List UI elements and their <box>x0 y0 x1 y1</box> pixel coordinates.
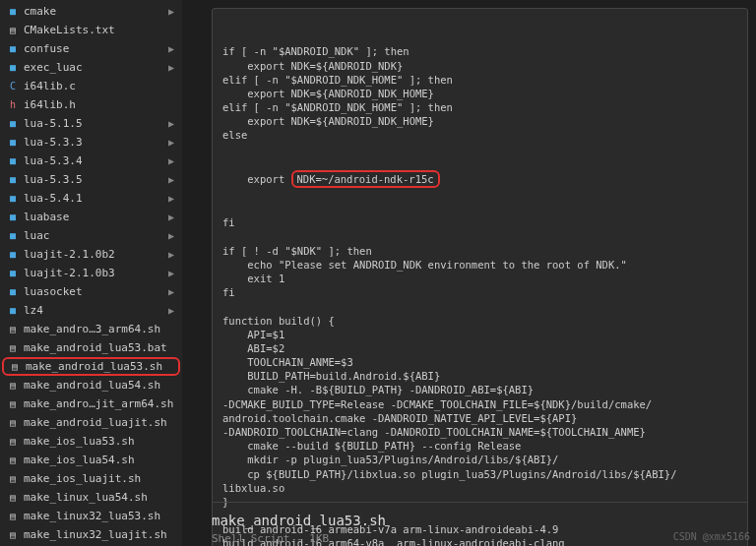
file-label: make_linux32_lua53.sh <box>24 510 178 522</box>
file-label: lua-5.1.5 <box>24 117 168 130</box>
shell-file-icon: ▤ <box>6 472 20 486</box>
file-item[interactable]: ▤make_ios_lua53.sh <box>0 432 182 451</box>
folder-item[interactable]: ■luasocket▶ <box>0 282 182 301</box>
file-explorer: ■cmake▶▤CMakeLists.txt■confuse▶■exec_lua… <box>0 0 182 546</box>
chevron-right-icon: ▶ <box>168 62 178 73</box>
chevron-right-icon: ▶ <box>168 268 178 278</box>
file-label: lz4 <box>24 304 168 317</box>
file-item[interactable]: ▤make_andro…3_arm64.sh <box>0 320 182 338</box>
file-label: make_android_luajit.sh <box>24 416 178 429</box>
file-meta: Shell Script - 1KB <box>212 532 329 545</box>
folder-icon: ■ <box>6 304 20 318</box>
file-label: i64lib.h <box>24 98 178 111</box>
file-label: confuse <box>24 42 168 55</box>
highlighted-code: NDK=~/android-ndk-r15c <box>291 170 440 188</box>
file-item[interactable]: ▤make_linux32_lua53.sh <box>0 507 182 525</box>
file-item[interactable]: ▤make_android_lua54.sh <box>0 376 182 394</box>
file-label: make_ios_lua54.sh <box>24 454 178 466</box>
file-item[interactable]: Ci64lib.c <box>0 77 182 95</box>
shell-file-icon: ▤ <box>6 323 20 336</box>
file-label: make_andro…jit_arm64.sh <box>24 397 178 410</box>
c-file-icon: C <box>6 80 20 93</box>
file-label: lua-5.4.1 <box>24 192 168 205</box>
file-item[interactable]: ▤make_ios_lua54.sh <box>0 451 182 469</box>
chevron-right-icon: ▶ <box>168 6 178 17</box>
file-label: lua-5.3.3 <box>24 136 168 149</box>
code-panel[interactable]: if [ -n "$ANDROID_NDK" ]; then export ND… <box>212 8 748 546</box>
watermark: CSDN @xmx5166 <box>673 531 750 542</box>
code-block-post: fi if [ ! -d "$NDK" ]; then echo "Please… <box>222 215 737 546</box>
folder-icon: ■ <box>6 5 20 19</box>
shell-file-icon: ▤ <box>6 528 20 542</box>
shell-file-icon: ▤ <box>6 454 20 467</box>
folder-item[interactable]: ■confuse▶ <box>0 39 182 58</box>
file-label: make_ios_luajit.sh <box>24 472 178 485</box>
file-item[interactable]: ▤CMakeLists.txt <box>0 21 182 39</box>
folder-item[interactable]: ■lua-5.3.5▶ <box>0 170 182 189</box>
file-item[interactable]: ▤make_ios_luajit.sh <box>0 469 182 488</box>
divider <box>212 502 748 503</box>
folder-item[interactable]: ■luajit-2.1.0b3▶ <box>0 264 182 282</box>
file-item[interactable]: ▤make_android_luajit.sh <box>0 413 182 432</box>
folder-item[interactable]: ■luabase▶ <box>0 208 182 226</box>
folder-icon: ■ <box>6 248 20 262</box>
folder-item[interactable]: ■lua-5.3.3▶ <box>0 133 182 152</box>
file-title: make_android_lua53.sh <box>212 513 386 528</box>
folder-icon: ■ <box>6 154 20 168</box>
folder-icon: ■ <box>6 42 20 56</box>
file-label: make_android_lua53.bat <box>24 341 178 354</box>
chevron-right-icon: ▶ <box>168 174 178 185</box>
shell-file-icon: ▤ <box>6 416 20 430</box>
folder-item[interactable]: ■lua-5.1.5▶ <box>0 114 182 133</box>
folder-icon: ■ <box>6 211 20 224</box>
file-label: exec_luac <box>24 61 168 74</box>
shell-file-icon: ▤ <box>6 397 20 411</box>
file-label: CMakeLists.txt <box>24 24 178 36</box>
folder-icon: ■ <box>6 192 20 206</box>
folder-icon: ■ <box>6 267 20 280</box>
chevron-right-icon: ▶ <box>168 193 178 204</box>
file-label: lua-5.3.4 <box>24 154 168 167</box>
file-label: make_android_lua53.sh <box>26 360 176 373</box>
shell-file-icon: ▤ <box>8 360 22 374</box>
chevron-right-icon: ▶ <box>168 118 178 129</box>
code-block-pre: if [ -n "$ANDROID_NDK" ]; then export ND… <box>222 44 737 142</box>
folder-item[interactable]: ■cmake▶ <box>0 2 182 21</box>
chevron-right-icon: ▶ <box>168 155 178 166</box>
folder-item[interactable]: ■luac▶ <box>0 226 182 245</box>
folder-icon: ■ <box>6 117 20 131</box>
chevron-right-icon: ▶ <box>168 137 178 148</box>
folder-item[interactable]: ■luajit-2.1.0b2▶ <box>0 245 182 264</box>
folder-item[interactable]: ■lz4▶ <box>0 301 182 320</box>
file-label: make_linux_lua54.sh <box>24 491 178 504</box>
chevron-right-icon: ▶ <box>168 286 178 297</box>
file-label: luajit-2.1.0b3 <box>24 267 168 279</box>
file-item[interactable]: ▤make_andro…jit_arm64.sh <box>0 394 182 413</box>
file-item[interactable]: ▤make_android_lua53.sh <box>2 357 180 376</box>
code-highlight-line: export NDK=~/android-ndk-r15c <box>222 170 737 188</box>
file-label: i64lib.c <box>24 80 178 92</box>
folder-item[interactable]: ■exec_luac▶ <box>0 58 182 77</box>
file-label: luabase <box>24 211 168 223</box>
file-item[interactable]: ▤make_linux_lua54.sh <box>0 488 182 507</box>
chevron-right-icon: ▶ <box>168 43 178 54</box>
folder-item[interactable]: ■lua-5.3.4▶ <box>0 152 182 170</box>
file-item[interactable]: ▤make_linux32_luajit.sh <box>0 525 182 544</box>
chevron-right-icon: ▶ <box>168 305 178 316</box>
file-item[interactable]: ▤make_android_lua53.bat <box>0 338 182 357</box>
shell-file-icon: ▤ <box>6 379 20 393</box>
folder-icon: ■ <box>6 285 20 299</box>
editor-main: if [ -n "$ANDROID_NDK" ]; then export ND… <box>182 0 756 546</box>
folder-icon: ■ <box>6 229 20 243</box>
file-item[interactable]: hi64lib.h <box>0 95 182 114</box>
shell-file-icon: ▤ <box>6 341 20 355</box>
folder-icon: ■ <box>6 61 20 75</box>
file-label: make_android_lua54.sh <box>24 379 178 392</box>
chevron-right-icon: ▶ <box>168 249 178 260</box>
folder-icon: ■ <box>6 136 20 150</box>
folder-item[interactable]: ■lua-5.4.1▶ <box>0 189 182 208</box>
chevron-right-icon: ▶ <box>168 230 178 241</box>
chevron-right-icon: ▶ <box>168 212 178 222</box>
file-label: cmake <box>24 5 168 18</box>
file-label: luac <box>24 229 168 242</box>
